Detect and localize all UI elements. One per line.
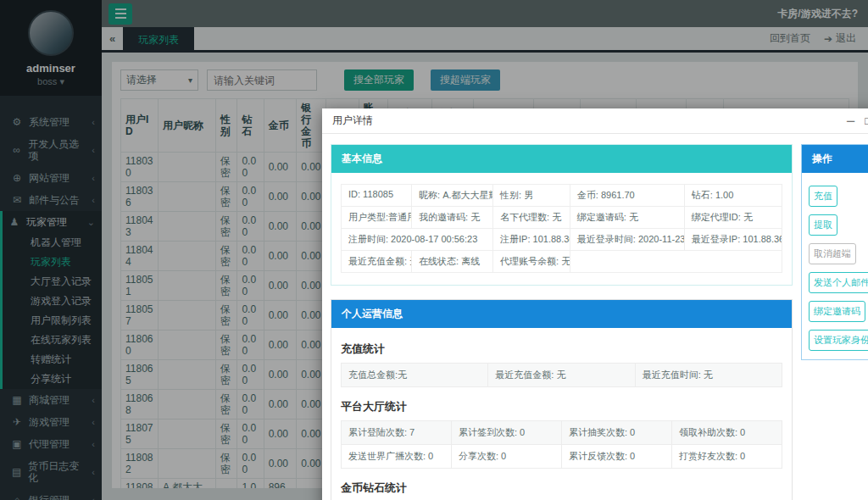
basic-info-card: 基本信息 ID: 118085昵称: A.都大大星耀财神性别: 男金币: 896…	[331, 144, 793, 286]
maximize-icon[interactable]: □	[865, 114, 868, 127]
basic-info-row: 最近充值金额: 无在线状态: 离线代理账号余额: 无	[342, 251, 782, 272]
op-button-充值[interactable]: 充值	[809, 186, 837, 207]
modal-body: 基本信息 ID: 118085昵称: A.都大大星耀财神性别: 男金币: 896…	[322, 134, 868, 500]
stat-cell: 累计登陆次数: 7	[342, 421, 452, 444]
stat-cell: 发送世界广播次数: 0	[342, 445, 452, 468]
stat-cell: 打赏好友次数: 0	[672, 445, 782, 468]
stat-section-title: 金币钻石统计	[341, 481, 782, 496]
basic-info-cell: 性别: 男	[493, 185, 570, 206]
app-root: adminser boss ▾ ⚙系统管理‹∞开发人员选项‹⊕网站管理‹✉邮件与…	[0, 0, 868, 500]
stat-cell: 充值总金额:无	[342, 364, 488, 386]
basic-info-table: ID: 118085昵称: A.都大大星耀财神性别: 男金币: 8961.70钻…	[341, 184, 782, 273]
basic-info-cell: 代理账号余额: 无	[493, 251, 570, 272]
basic-info-row: 注册时间: 2020-08-17 00:56:23注册IP: 101.88.36…	[342, 229, 782, 251]
stat-cell: 分享次数: 0	[452, 445, 562, 468]
basic-info-header: 基本信息	[331, 145, 792, 173]
basic-info-cell: 绑定代理ID: 无	[685, 207, 782, 228]
basic-info-cell: 注册IP: 101.88.36.222	[493, 229, 570, 250]
stat-cell: 最近充值时间: 无	[636, 364, 782, 386]
operations-header: 操作	[802, 145, 868, 173]
op-button-设置玩家身份[interactable]: 设置玩家身份	[809, 330, 868, 351]
personal-sections: 充值统计充值总金额:无最近充值金额: 无最近充值时间: 无平台大厅统计累计登陆次…	[331, 328, 792, 500]
stat-row: 充值总金额:无最近充值金额: 无最近充值时间: 无	[341, 363, 782, 387]
op-button-发送个人邮件[interactable]: 发送个人邮件	[809, 272, 868, 293]
stat-section-title: 充值统计	[341, 342, 782, 357]
basic-info-cell: 绑定邀请码: 无	[570, 207, 685, 228]
basic-info-cell: 名下代理数: 无	[493, 207, 570, 228]
stat-section-title: 平台大厅统计	[341, 399, 782, 414]
operations-card: 操作 充值提取取消超端发送个人邮件绑定邀请码设置玩家身份	[801, 144, 868, 360]
basic-info-cell: ID: 118085	[342, 185, 412, 206]
op-button-提取[interactable]: 提取	[809, 214, 837, 236]
basic-info-cell-empty	[570, 251, 782, 272]
modal-title: 用户详情	[332, 114, 373, 128]
user-detail-modal: 用户详情 ─ □ 基本信息 ID: 118085昵称: A.都大大星耀财神性别:…	[322, 108, 868, 500]
basic-info-cell: 最近充值金额: 无	[342, 251, 412, 272]
stat-cell: 最近充值金额: 无	[488, 364, 635, 386]
operations-column: 操作 充值提取取消超端发送个人邮件绑定邀请码设置玩家身份	[801, 144, 868, 500]
detail-main-column: 基本信息 ID: 118085昵称: A.都大大星耀财神性别: 男金币: 896…	[331, 144, 793, 500]
stat-cell: 累计反馈次数: 0	[562, 445, 672, 468]
personal-info-header: 个人运营信息	[331, 300, 792, 328]
basic-info-cell: 昵称: A.都大大星耀财神	[412, 185, 493, 206]
minimize-icon[interactable]: ─	[847, 114, 854, 127]
basic-info-cell: 钻石: 1.00	[685, 185, 782, 206]
basic-info-row: 用户类型:普通用户我的邀请码: 无名下代理数: 无绑定邀请码: 无绑定代理ID:…	[342, 207, 782, 229]
basic-info-cell: 金币: 8961.70	[570, 185, 685, 206]
stat-cell: 领取补助次数: 0	[672, 421, 782, 444]
personal-info-card: 个人运营信息 充值统计充值总金额:无最近充值金额: 无最近充值时间: 无平台大厅…	[331, 299, 793, 500]
op-button-绑定邀请码[interactable]: 绑定邀请码	[809, 301, 865, 322]
modal-header: 用户详情 ─ □	[322, 108, 868, 134]
basic-info-cell: 最近登录IP: 101.88.36.222	[685, 229, 782, 250]
basic-info-cell: 在线状态: 离线	[412, 251, 493, 272]
stat-cell: 累计签到次数: 0	[452, 421, 562, 444]
basic-info-cell: 注册时间: 2020-08-17 00:56:23	[342, 229, 493, 250]
op-button-取消超端[interactable]: 取消超端	[809, 243, 856, 264]
basic-info-row: ID: 118085昵称: A.都大大星耀财神性别: 男金币: 8961.70钻…	[342, 185, 782, 207]
basic-info-cell: 用户类型:普通用户	[342, 207, 412, 228]
basic-info-cell: 我的邀请码: 无	[412, 207, 493, 228]
stat-row: 累计登陆次数: 7累计签到次数: 0累计抽奖次数: 0领取补助次数: 0	[341, 420, 782, 445]
basic-info-cell: 最近登录时间: 2020-11-23 11:14:44	[570, 229, 685, 250]
stat-row: 发送世界广播次数: 0分享次数: 0累计反馈次数: 0打赏好友次数: 0	[341, 445, 782, 469]
operations-buttons: 充值提取取消超端发送个人邮件绑定邀请码设置玩家身份	[802, 173, 868, 359]
stat-cell: 累计抽奖次数: 0	[562, 421, 672, 444]
